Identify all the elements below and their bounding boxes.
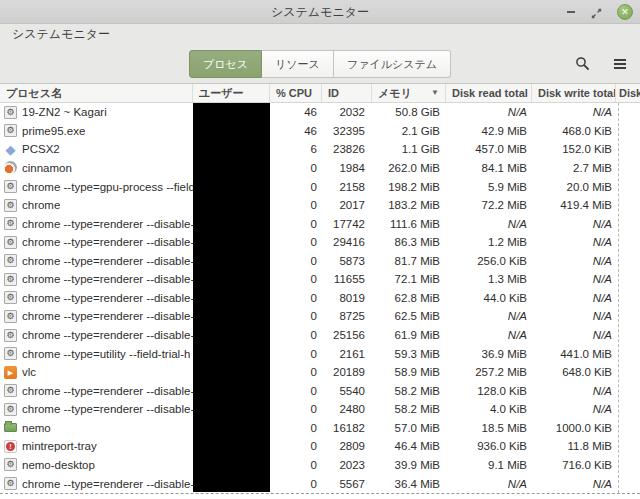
process-row[interactable]: ◆PCSX26238261.1 GiB457.0 MiB152.0 KiB bbox=[0, 140, 640, 159]
process-name-cell: ⚙chrome --type=gpu-process --field bbox=[0, 177, 193, 196]
titlebar[interactable]: システムモニター ✕ bbox=[0, 0, 640, 24]
disk-partial-cell bbox=[616, 233, 640, 252]
process-name: chrome --type=renderer --disable-f bbox=[22, 236, 193, 248]
process-name-cell: ⚙chrome --type=renderer --disable-f bbox=[0, 214, 193, 233]
process-row[interactable]: ⚙chrome02017183.2 MiB72.2 MiB419.4 MiB bbox=[0, 196, 640, 215]
executable-gear-icon: ⚙ bbox=[4, 458, 17, 471]
process-row[interactable]: cinnamon01984262.0 MiB84.1 MiB2.7 MiB bbox=[0, 159, 640, 178]
disk-read-cell: 1.3 MiB bbox=[446, 270, 532, 289]
executable-gear-icon: ⚙ bbox=[4, 329, 17, 342]
close-icon: ✕ bbox=[621, 8, 629, 17]
process-name: chrome --type=renderer --disable-f bbox=[22, 218, 193, 230]
process-name-cell: ⚙chrome --type=renderer --disable-f bbox=[0, 326, 193, 345]
process-row[interactable]: nemo01618257.0 MiB18.5 MiB1000.0 KiB bbox=[0, 419, 640, 438]
process-name-cell: ⚙chrome --type=renderer --disable-f bbox=[0, 307, 193, 326]
minimize-button[interactable] bbox=[566, 0, 576, 24]
header-memory[interactable]: メモリ ▼ bbox=[372, 84, 446, 102]
disk-write-cell: N/A bbox=[532, 307, 616, 326]
disk-partial-cell bbox=[616, 381, 640, 400]
process-row[interactable]: ⚙prime95.exe46323952.1 GiB42.9 MiB468.0 … bbox=[0, 122, 640, 141]
menubar: システムモニター bbox=[0, 24, 640, 44]
process-row[interactable]: ⚙chrome --type=renderer --disable-f01165… bbox=[0, 270, 640, 289]
header-cpu[interactable]: % CPU bbox=[270, 84, 322, 102]
tab-processes[interactable]: プロセス bbox=[189, 50, 262, 78]
process-row[interactable]: ⚙chrome --type=renderer --disable-f02515… bbox=[0, 326, 640, 345]
process-name: chrome bbox=[22, 199, 60, 211]
memory-cell: 58.2 MiB bbox=[372, 381, 446, 400]
process-row[interactable]: ⚙chrome --type=utility --field-trial-h02… bbox=[0, 344, 640, 363]
disk-write-cell: 152.0 KiB bbox=[532, 140, 616, 159]
id-cell: 2032 bbox=[322, 103, 372, 122]
nemo-folder-icon bbox=[4, 421, 17, 434]
tab-resources[interactable]: リソース bbox=[262, 50, 334, 78]
executable-gear-icon: ⚙ bbox=[4, 310, 17, 323]
cpu-cell: 0 bbox=[270, 344, 322, 363]
search-icon[interactable] bbox=[575, 56, 590, 71]
process-name-cell: ⚙nemo-desktop bbox=[0, 456, 193, 475]
header-id[interactable]: ID bbox=[322, 84, 372, 102]
maximize-button[interactable] bbox=[590, 6, 603, 19]
cpu-cell: 0 bbox=[270, 159, 322, 178]
process-row[interactable]: !mintreport-tray0280946.4 MiB936.0 KiB11… bbox=[0, 437, 640, 456]
disk-read-cell: N/A bbox=[446, 103, 532, 122]
process-row[interactable]: ⚙chrome --type=renderer --disable-f02941… bbox=[0, 233, 640, 252]
disk-write-cell: 2.7 MiB bbox=[532, 159, 616, 178]
disk-read-cell: 5.9 MiB bbox=[446, 177, 532, 196]
redacted-user-column bbox=[193, 103, 270, 492]
memory-cell: 198.2 MiB bbox=[372, 177, 446, 196]
process-row[interactable]: ⚙chrome --type=renderer --disable-f02480… bbox=[0, 400, 640, 419]
cpu-cell: 0 bbox=[270, 307, 322, 326]
disk-partial-cell bbox=[616, 140, 640, 159]
menu-system-monitor[interactable]: システムモニター bbox=[8, 24, 114, 45]
disk-partial-cell bbox=[616, 400, 640, 419]
menu-icon[interactable] bbox=[614, 59, 626, 69]
disk-write-cell: N/A bbox=[532, 381, 616, 400]
header-disk-partial[interactable]: Disk bbox=[616, 84, 640, 102]
process-name-cell: ◆PCSX2 bbox=[0, 140, 193, 159]
process-name-cell: ⚙chrome bbox=[0, 196, 193, 215]
disk-read-cell: N/A bbox=[446, 474, 532, 493]
disk-read-cell: 936.0 KiB bbox=[446, 437, 532, 456]
process-name-cell: !mintreport-tray bbox=[0, 437, 193, 456]
process-row[interactable]: ⚙chrome --type=renderer --disable-f05540… bbox=[0, 381, 640, 400]
header-disk-write-total[interactable]: Disk write total bbox=[532, 84, 616, 102]
memory-cell: 62.8 MiB bbox=[372, 289, 446, 308]
process-row[interactable]: ⚙chrome --type=renderer --disable-f05873… bbox=[0, 252, 640, 271]
process-row[interactable]: ▶vlc02018958.9 MiB257.2 MiB648.0 KiB bbox=[0, 363, 640, 382]
process-row[interactable]: ⚙chrome --type=renderer --disable-f08725… bbox=[0, 307, 640, 326]
header-disk-read-total[interactable]: Disk read total bbox=[446, 84, 532, 102]
process-row[interactable]: ⚙nemo-desktop0202339.9 MiB9.1 MiB716.0 K… bbox=[0, 456, 640, 475]
disk-read-cell: 1.2 MiB bbox=[446, 233, 532, 252]
disk-write-cell: 11.8 MiB bbox=[532, 437, 616, 456]
header-process-name[interactable]: プロセス名 bbox=[0, 84, 193, 102]
disk-partial-cell bbox=[616, 344, 640, 363]
process-name: chrome --type=renderer --disable-f bbox=[22, 292, 193, 304]
memory-cell: 183.2 MiB bbox=[372, 196, 446, 215]
executable-gear-icon: ⚙ bbox=[4, 403, 17, 416]
memory-cell: 81.7 MiB bbox=[372, 252, 446, 271]
table-header: プロセス名 ユーザー % CPU ID メモリ ▼ Disk read tota… bbox=[0, 84, 640, 103]
disk-write-cell: 419.4 MiB bbox=[532, 196, 616, 215]
disk-write-cell: 1000.0 KiB bbox=[532, 419, 616, 438]
process-row[interactable]: ⚙chrome --type=renderer --disable-f08019… bbox=[0, 289, 640, 308]
tab-file-systems[interactable]: ファイルシステム bbox=[334, 50, 451, 78]
header-user[interactable]: ユーザー bbox=[193, 84, 270, 102]
process-row[interactable]: ⚙chrome --type=gpu-process --field021581… bbox=[0, 177, 640, 196]
close-button[interactable]: ✕ bbox=[617, 4, 633, 20]
column-grid-line bbox=[618, 103, 619, 493]
disk-read-cell: 84.1 MiB bbox=[446, 159, 532, 178]
memory-cell: 59.3 MiB bbox=[372, 344, 446, 363]
memory-cell: 1.1 GiB bbox=[372, 140, 446, 159]
process-row[interactable]: ⚙chrome --type=renderer --disable-f05567… bbox=[0, 474, 640, 493]
process-name-cell: cinnamon bbox=[0, 159, 193, 178]
process-row[interactable]: ⚙19-ZN2 ~ Kagari46203250.8 GiBN/AN/A bbox=[0, 103, 640, 122]
process-name-cell: ⚙chrome --type=renderer --disable-f bbox=[0, 289, 193, 308]
memory-cell: 50.8 GiB bbox=[372, 103, 446, 122]
process-row[interactable]: ⚙chrome --type=renderer --disable-f01774… bbox=[0, 214, 640, 233]
executable-gear-icon: ⚙ bbox=[4, 124, 17, 137]
cpu-cell: 0 bbox=[270, 363, 322, 382]
disk-read-cell: 72.2 MiB bbox=[446, 196, 532, 215]
id-cell: 16182 bbox=[322, 419, 372, 438]
disk-partial-cell bbox=[616, 122, 640, 141]
disk-write-cell: 468.0 KiB bbox=[532, 122, 616, 141]
